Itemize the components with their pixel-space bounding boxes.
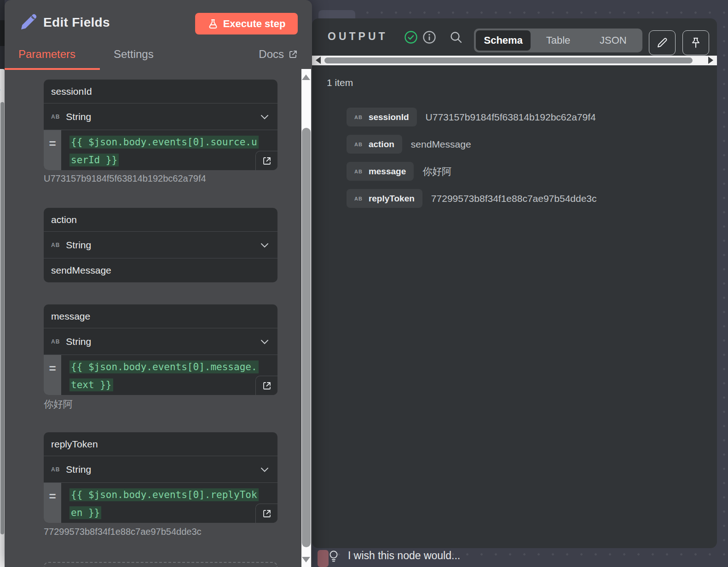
schema-row: AB sessionId U773157b9184f5f63814b192bc6… <box>347 108 596 126</box>
field-name-input[interactable]: replyToken <box>44 432 277 456</box>
expression-preview: 你好阿 <box>44 398 73 411</box>
output-label: OUTPUT <box>328 30 388 43</box>
success-check-icon <box>404 30 418 44</box>
output-view-switcher: Schema Table JSON <box>474 29 642 52</box>
schema-value: 你好阿 <box>422 165 451 178</box>
scroll-up-arrow[interactable] <box>302 74 310 80</box>
string-type-icon: AB <box>51 242 60 248</box>
add-field-button[interactable] <box>44 562 277 567</box>
scroll-down-arrow[interactable] <box>302 557 310 562</box>
output-horizontal-scrollbar-thumb[interactable] <box>324 57 693 63</box>
parameters-scroll-area: sessionId AB String = {{ $json.body.even… <box>5 71 312 567</box>
input-panel-scrollbar[interactable]: › <box>0 69 5 567</box>
schema-key-pill[interactable]: AB sessionId <box>347 108 417 126</box>
tab-settings[interactable]: Settings <box>114 48 154 61</box>
field-name-input[interactable]: action <box>44 208 277 232</box>
chevron-down-icon <box>259 464 270 475</box>
schema-value: 77299573b8f34f1e88c7ae97b54dde3c <box>431 193 597 204</box>
string-type-icon: AB <box>354 196 363 201</box>
node-suggestion-button[interactable]: I wish this node would... <box>348 550 460 562</box>
string-type-icon: AB <box>51 466 60 473</box>
field-card-sessionid: sessionId AB String = {{ $json.body.even… <box>44 80 277 170</box>
expand-expression-button[interactable] <box>255 151 277 170</box>
tab-parameters[interactable]: Parameters <box>18 48 75 61</box>
schema-key-pill[interactable]: AB message <box>347 162 414 181</box>
expression-input[interactable]: = {{ $json.body.events[0].source.userId … <box>44 130 277 170</box>
string-type-icon: AB <box>51 114 60 120</box>
parameters-scrollbar[interactable] <box>301 69 311 567</box>
node-title: Edit Fields <box>43 15 110 30</box>
schema-key-pill[interactable]: AB replyToken <box>347 189 422 208</box>
field-type-select[interactable]: AB String <box>44 456 277 483</box>
external-link-icon <box>289 50 298 59</box>
string-type-icon: AB <box>354 169 363 174</box>
field-card-action: action AB String sendMessage <box>44 208 277 282</box>
info-icon[interactable] <box>422 30 436 44</box>
edit-fields-node-icon <box>19 13 38 31</box>
expression-preview: U773157b9184f5f63814b192bc62a79f4 <box>44 173 206 184</box>
pencil-icon <box>656 37 668 49</box>
docs-link[interactable]: Docs <box>259 48 298 61</box>
schema-key-pill[interactable]: AB action <box>347 135 402 154</box>
field-value-input[interactable]: sendMessage <box>44 258 277 282</box>
node-settings-panel: Edit Fields Execute step Parameters Sett… <box>5 0 312 567</box>
output-panel: OUTPUT Schema Table JSON <box>312 18 717 548</box>
field-type-select[interactable]: AB String <box>44 232 277 258</box>
chevron-down-icon <box>259 336 270 347</box>
pin-data-button[interactable] <box>682 30 709 55</box>
schema-row: AB action sendMessage <box>347 135 471 154</box>
expression-equals-indicator: = <box>44 130 61 170</box>
field-name-input[interactable]: sessionId <box>44 80 277 103</box>
string-type-icon: AB <box>51 338 60 345</box>
background-node-fragment <box>318 550 329 567</box>
field-card-message: message AB String = {{ $json.body.events… <box>44 304 277 395</box>
expand-expression-button[interactable] <box>255 376 277 395</box>
schema-row: AB replyToken 77299573b8f34f1e88c7ae97b5… <box>347 189 597 208</box>
chevron-down-icon <box>259 111 270 122</box>
chevron-right-icon[interactable]: › <box>0 84 0 96</box>
ndv-tabs: Parameters Settings Docs <box>5 46 312 71</box>
chevron-down-icon <box>259 240 270 251</box>
expression-preview: 77299573b8f34f1e88c7ae97b54dde3c <box>44 527 202 537</box>
active-tab-underline <box>5 68 100 70</box>
tab-table[interactable]: Table <box>531 30 585 51</box>
search-icon[interactable] <box>449 30 463 44</box>
input-panel-scrollbar-thumb[interactable] <box>0 102 4 534</box>
field-card-replytoken: replyToken AB String = {{ $json.body.eve… <box>44 432 277 523</box>
tab-json[interactable]: JSON <box>586 30 641 51</box>
expression-input[interactable]: = {{ $json.body.events[0].replyToken }} <box>44 483 277 523</box>
edit-output-button[interactable] <box>649 30 676 55</box>
expression-equals-indicator: = <box>44 355 61 395</box>
schema-row: AB message 你好阿 <box>347 162 451 181</box>
execute-step-button[interactable]: Execute step <box>195 13 298 34</box>
string-type-icon: AB <box>354 115 363 120</box>
expand-expression-button[interactable] <box>255 504 277 523</box>
schema-value: U773157b9184f5f63814b192bc62a79f4 <box>426 112 596 123</box>
output-header: OUTPUT Schema Table JSON <box>312 18 717 56</box>
tab-schema[interactable]: Schema <box>476 30 531 51</box>
scroll-right-arrow[interactable] <box>708 57 713 64</box>
expression-equals-indicator: = <box>44 483 61 523</box>
items-count: 1 item <box>327 77 353 88</box>
pin-icon <box>690 37 702 49</box>
flask-icon <box>208 18 219 29</box>
parameters-scrollbar-thumb[interactable] <box>302 128 311 547</box>
field-type-select[interactable]: AB String <box>44 103 277 130</box>
string-type-icon: AB <box>354 142 363 147</box>
scroll-left-arrow[interactable] <box>316 57 321 64</box>
background-tab-fragment <box>318 10 355 19</box>
node-header: Edit Fields Execute step <box>5 0 312 46</box>
lightbulb-icon <box>328 550 340 563</box>
field-type-select[interactable]: AB String <box>44 328 277 355</box>
output-horizontal-scrollbar[interactable] <box>312 56 717 65</box>
schema-value: sendMessage <box>411 139 471 150</box>
expression-input[interactable]: = {{ $json.body.events[0].message.text }… <box>44 355 277 395</box>
field-name-input[interactable]: message <box>44 304 277 328</box>
